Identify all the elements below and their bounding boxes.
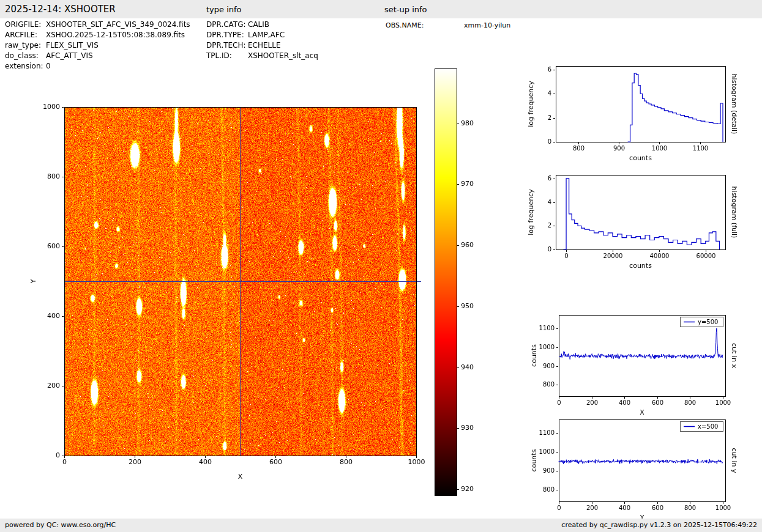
metadata-label: DPR.CATG: [206, 20, 248, 29]
metadata-row-arcfile: ARCFILE:XSHOO.2025-12-15T05:08:38.089.fi… [5, 31, 190, 41]
metadata-row-dprcatg: DPR.CATG:CALIB [206, 20, 318, 31]
histogram-full-plot [520, 167, 762, 283]
histogram-detail-plot [520, 58, 762, 174]
metadata-label: ARCFILE: [5, 31, 46, 39]
metadata-label: TPL.ID: [206, 51, 248, 60]
metadata-row-doclass: do_class:AFC_ATT_VIS [5, 51, 190, 62]
metadata-row-obsname: OBS.NAME:xmm-10-yilun [386, 21, 510, 32]
footer-bar: powered by QC: www.eso.org/HC created by… [0, 519, 762, 532]
metadata-row-origfile: ORIGFILE:XSHOOTER_SLT_AFC_VIS_349_0024.f… [5, 20, 190, 31]
metadata-row-dprtech: DPR.TECH:ECHELLE [206, 41, 318, 51]
metadata-label: ORIGFILE: [5, 20, 46, 29]
cut-in-x-plot [520, 307, 762, 423]
metadata-row-tplid: TPL.ID:XSHOOTER_slt_acq [206, 51, 318, 62]
cut-in-y-plot [520, 412, 762, 532]
setup-info-column: OBS.NAME:xmm-10-yilun [386, 21, 510, 32]
metadata-row-extension: extension:0 [5, 62, 190, 72]
metadata-value: XSHOOTER_SLT_AFC_VIS_349_0024.fits [46, 20, 190, 29]
footer-qc-link[interactable]: powered by QC: www.eso.org/HC [5, 521, 116, 529]
metadata-value: xmm-10-yilun [464, 21, 510, 29]
metadata-label: DPR.TECH: [206, 41, 248, 50]
type-info-column: DPR.CATG:CALIB DPR.TYPE:LAMP,AFC DPR.TEC… [206, 20, 318, 62]
metadata-value: XSHOO.2025-12-15T05:08:38.089.fits [46, 31, 185, 39]
page-title: 2025-12-14: XSHOOTER [5, 4, 116, 15]
metadata-value: AFC_ATT_VIS [46, 51, 93, 60]
metadata-label: do_class: [5, 51, 46, 60]
metadata-value: 0 [46, 62, 51, 70]
metadata-label: OBS.NAME: [386, 21, 464, 29]
colorbar [428, 61, 514, 501]
type-info-section-label: type info [206, 5, 242, 14]
metadata-value: ECHELLE [248, 41, 281, 50]
metadata-label: DPR.TYPE: [206, 31, 248, 39]
metadata-value: XSHOOTER_slt_acq [248, 51, 318, 60]
file-metadata-column: ORIGFILE:XSHOOTER_SLT_AFC_VIS_349_0024.f… [5, 20, 190, 72]
raw-image-plot [18, 58, 441, 498]
metadata-value: CALIB [248, 20, 269, 29]
figure-area [0, 0, 762, 532]
metadata-value: LAMP,AFC [248, 31, 285, 39]
footer-created-by: created by qc_rawdisp.py v1.2.3 on 2025-… [561, 521, 757, 529]
metadata-value: FLEX_SLIT_VIS [46, 41, 99, 50]
header-bar: 2025-12-14: XSHOOTER type info set-up in… [0, 0, 762, 18]
metadata-row-rawtype: raw_type:FLEX_SLIT_VIS [5, 41, 190, 51]
metadata-label: raw_type: [5, 41, 46, 50]
metadata-row-dprtype: DPR.TYPE:LAMP,AFC [206, 31, 318, 41]
metadata-label: extension: [5, 62, 46, 70]
setup-info-section-label: set-up info [384, 5, 427, 14]
